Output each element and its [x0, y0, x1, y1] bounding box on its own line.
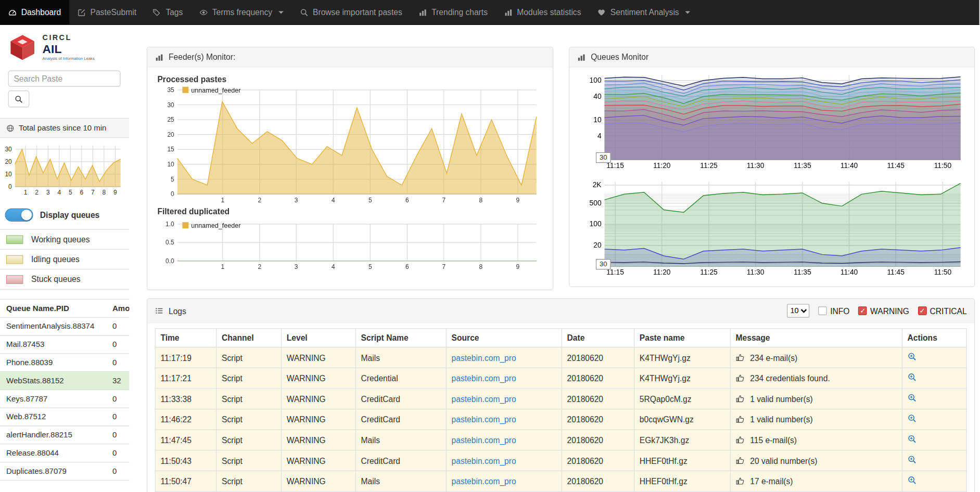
log-date: 20180620 [562, 430, 634, 450]
source-link[interactable]: pastebin.com_pro [452, 476, 516, 486]
logs-panel-header: Logs 10 INFO✓WARNING✓CRITICAL [147, 299, 974, 323]
logs-col-header-level: Level [282, 329, 356, 347]
show-paste-button[interactable] [908, 477, 917, 487]
globe-icon [6, 124, 15, 132]
log-message: 234 e-mail(s) [730, 347, 902, 368]
svg-text:20: 20 [167, 131, 174, 138]
display-queues-label: Display queues [40, 210, 99, 219]
log-source: pastebin.com_pro [446, 430, 562, 450]
show-paste-button[interactable] [908, 436, 917, 446]
queue-name: WebStats.88152 [0, 372, 106, 390]
filtered-duplicated-chart[interactable]: 0.00.51.0123456789unnamed_feeder [156, 221, 544, 271]
filter-critical[interactable]: ✓CRITICAL [918, 306, 967, 316]
show-paste-button[interactable] [908, 395, 917, 405]
filter-info[interactable]: INFO [818, 306, 849, 316]
show-paste-button[interactable] [908, 457, 917, 466]
svg-text:6: 6 [80, 189, 83, 196]
svg-text:4: 4 [332, 197, 335, 204]
svg-text:11:25: 11:25 [700, 162, 718, 170]
log-source: pastebin.com_pro [446, 450, 562, 471]
logs-col-header-source: Source [446, 329, 562, 347]
dygraph-roll-input[interactable]: 30 [596, 259, 611, 269]
queue-amount: 0 [106, 408, 129, 426]
filter-warning[interactable]: ✓WARNING [858, 306, 909, 316]
nav-item-pastesubmit[interactable]: PasteSubmit [69, 0, 145, 24]
svg-text:35: 35 [167, 86, 174, 94]
processed-pastes-chart[interactable]: 05101520253035123456789unnamed_feeder [156, 85, 544, 205]
log-date: 20180620 [562, 450, 634, 471]
total-pastes-panel: Total pastes since 10 min 01020301234567… [0, 118, 129, 197]
log-row: 11:17:19ScriptWARNINGMailspastebin.com_p… [155, 347, 966, 368]
log-level: WARNING [282, 430, 356, 450]
logs-page-size-select[interactable]: 10 [787, 304, 809, 317]
queue-row-duplicates-87079: Duplicates.870790 [0, 462, 129, 481]
show-paste-button[interactable] [908, 354, 917, 363]
filter-label: CRITICAL [930, 306, 967, 316]
ail-logo: CIRCL AIL Analysis of Information Leaks [9, 34, 130, 61]
log-actions [902, 471, 966, 491]
log-channel: Script [217, 347, 282, 368]
legend-label: Idling queues [31, 255, 80, 264]
search-plus-icon [908, 352, 917, 361]
feeder-panel-title: Feeder(s) Monitor: [169, 53, 235, 62]
nav-item-browse-important-pastes[interactable]: Browse important pastes [291, 0, 410, 24]
queue-name: Web.87512 [0, 408, 106, 426]
nav-item-trending-charts[interactable]: Trending charts [410, 0, 495, 24]
svg-text:4: 4 [597, 132, 602, 140]
queue-amount: 0 [106, 335, 129, 354]
display-queues-toggle[interactable] [5, 209, 33, 222]
svg-text:100: 100 [590, 220, 602, 228]
search-paste-input[interactable] [8, 71, 121, 87]
svg-text:11:40: 11:40 [841, 268, 858, 276]
nav-item-label: Trending charts [431, 7, 488, 17]
svg-text:8: 8 [479, 197, 483, 204]
log-time: 11:50:43 [155, 450, 217, 471]
svg-text:2: 2 [35, 189, 39, 196]
filtered-duplicated-title: Filtered duplicated [157, 206, 544, 216]
nav-item-terms-frequency[interactable]: Terms frequency [191, 0, 291, 24]
total-pastes-panel-header: Total pastes since 10 min [0, 119, 129, 138]
log-level: WARNING [282, 450, 356, 471]
log-script-name: CreditCard [355, 389, 446, 409]
source-link[interactable]: pastebin.com_pro [452, 394, 516, 404]
source-link[interactable]: pastebin.com_pro [452, 353, 516, 362]
log-message-text: 1 valid number(s) [750, 415, 813, 424]
tags-icon [152, 8, 161, 17]
nav-item-dashboard[interactable]: Dashboard [0, 0, 69, 24]
show-paste-button[interactable] [908, 374, 917, 384]
svg-text:11:50: 11:50 [934, 268, 952, 276]
source-link[interactable]: pastebin.com_pro [452, 456, 516, 465]
show-paste-button[interactable] [908, 416, 917, 425]
log-script-name: Mails [355, 347, 446, 368]
log-time: 11:47:45 [155, 430, 217, 450]
nav-item-tags[interactable]: Tags [145, 0, 191, 24]
queue-row-phone-88039: Phone.880390 [0, 354, 129, 372]
log-script-name: CreditCard [355, 409, 446, 430]
nav-item-sentiment-analysis[interactable]: Sentiment Analysis [589, 0, 698, 24]
queues-monitor-top-chart[interactable]: 14104010011:1511:2011:2511:3011:3511:401… [578, 72, 965, 172]
log-row: 11:46:22ScriptWARNINGCreditCardpastebin.… [155, 409, 966, 430]
thumbs-up-icon [736, 436, 745, 445]
dygraph-roll-input[interactable]: 30 [596, 152, 611, 163]
legend-swatch [182, 87, 188, 93]
checkbox-checked-icon: ✓ [858, 306, 867, 315]
nav-item-modules-statistics[interactable]: Modules statistics [496, 0, 590, 24]
source-link[interactable]: pastebin.com_pro [452, 435, 516, 445]
source-link[interactable]: pastebin.com_pro [452, 415, 516, 424]
svg-text:500: 500 [590, 199, 602, 207]
log-channel: Script [217, 389, 282, 409]
queues-monitor-bottom-chart[interactable]: 5201005002K11:1511:2011:2511:3011:3511:4… [578, 179, 965, 279]
log-row: 11:50:43ScriptWARNINGCreditCardpastebin.… [155, 450, 966, 471]
bar-chart-icon [577, 53, 586, 61]
svg-text:11:35: 11:35 [794, 162, 811, 170]
source-link[interactable]: pastebin.com_pro [452, 373, 516, 383]
log-paste-name: HHEF0tHf.gz [634, 471, 731, 491]
log-channel: Script [217, 409, 282, 430]
svg-text:1: 1 [221, 263, 224, 270]
logs-panel: Logs 10 INFO✓WARNING✓CRITICAL TimeChanne… [147, 299, 975, 492]
legend-label: Working queues [31, 235, 90, 244]
search-button[interactable] [8, 90, 30, 107]
svg-text:3: 3 [46, 189, 50, 196]
log-paste-name: K4THWgYj.gz [634, 368, 731, 389]
log-time: 11:17:19 [155, 347, 217, 368]
